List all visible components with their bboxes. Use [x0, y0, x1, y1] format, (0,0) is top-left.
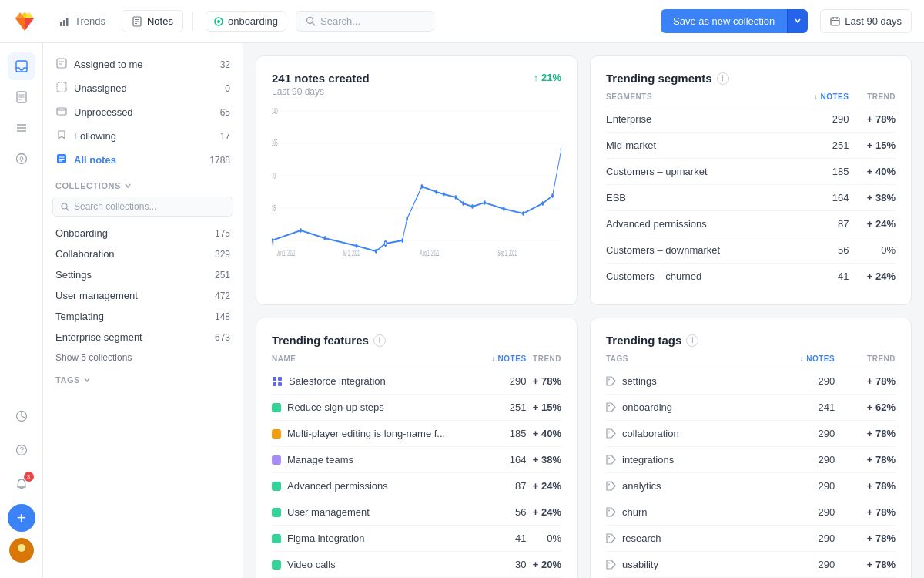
svg-text:Jul 1, 2021: Jul 1, 2021 [343, 249, 360, 257]
tag-notes: 290 [760, 447, 835, 473]
sidebar-item-following[interactable]: Following 17 [43, 124, 243, 148]
svg-point-66 [471, 204, 474, 209]
feature-notes: 185 [484, 421, 527, 447]
leftnav-compass[interactable] [8, 145, 35, 173]
collection-collaboration[interactable]: Collaboration 329 [43, 244, 243, 264]
collections-search[interactable]: Search collections... [52, 197, 233, 217]
table-row: research 290 + 78% [606, 526, 896, 552]
features-title: Trending features [272, 334, 369, 347]
feature-name: User management [272, 499, 484, 526]
features-title-row: Trending features i [272, 334, 386, 347]
tag-icon [606, 533, 616, 543]
table-row: Advanced permissions 87 + 24% [606, 211, 896, 237]
tag-name: onboarding [606, 395, 760, 421]
svg-point-55 [323, 236, 326, 240]
features-col-trend: TREND [527, 350, 561, 368]
search-icon [306, 16, 316, 26]
sidebar-item-assigned[interactable]: Assigned to me 32 [43, 52, 243, 76]
svg-point-68 [503, 207, 505, 211]
tag-icon [606, 507, 616, 517]
tag-notes: 290 [760, 499, 835, 526]
segments-title: Trending segments [606, 72, 712, 85]
feature-color-icon [272, 429, 281, 439]
sidebar-item-unassigned[interactable]: Unassigned 0 [43, 76, 243, 100]
chart-header: 241 notes created Last 90 days ↑ 21% [272, 72, 561, 97]
collections-header[interactable]: COLLECTIONS [43, 172, 243, 193]
sidebar-item-all-notes[interactable]: All notes 1788 [43, 148, 243, 172]
table-row: Enterprise 290 + 78% [606, 106, 896, 133]
feature-notes: 251 [484, 395, 527, 421]
collection-settings[interactable]: Settings 251 [43, 264, 243, 285]
tags-info-icon: i [686, 334, 698, 347]
tag-trend: + 78% [835, 499, 896, 526]
features-table: NAME ↓ NOTES TREND Salesforce integratio… [272, 350, 561, 578]
save-collection-dropdown[interactable] [787, 9, 808, 33]
segments-col-notes: ↓ NOTES [792, 88, 849, 106]
notes-tab[interactable]: Notes [122, 10, 183, 32]
leftnav-help[interactable]: ? [8, 436, 35, 464]
chart-subtitle: Last 90 days [272, 86, 370, 97]
feature-color-icon [272, 482, 281, 491]
nav-divider [192, 12, 193, 31]
filter-tag-onboarding[interactable]: onboarding [206, 11, 286, 32]
collection-enterprise-segment[interactable]: Enterprise segment 673 [43, 327, 243, 348]
table-row: Figma integration 41 0% [272, 526, 561, 552]
table-row: integrations 290 + 78% [606, 447, 896, 473]
collection-onboarding[interactable]: Onboarding 175 [43, 223, 243, 244]
svg-point-92 [608, 536, 610, 538]
user-avatar[interactable] [9, 538, 34, 563]
tags-header[interactable]: TAGS [43, 368, 243, 388]
leftnav-notes[interactable] [8, 83, 35, 111]
chart-area: 0 35 70 105 140 Jun 1, 2021 Jul 1, 2021 … [272, 103, 561, 260]
show-more-collections[interactable]: Show 5 collections [43, 348, 243, 368]
features-info-icon: i [373, 334, 386, 347]
trends-tab[interactable]: Trends [49, 10, 116, 32]
collection-templating[interactable]: Templating 148 [43, 306, 243, 327]
feature-color-icon [272, 455, 281, 465]
svg-line-16 [313, 23, 315, 25]
svg-rect-85 [278, 382, 282, 386]
segment-trend: 0% [849, 237, 896, 264]
leftnav-analytics[interactable] [8, 402, 35, 430]
svg-text:?: ? [19, 446, 24, 455]
collections-search-icon [61, 203, 69, 211]
svg-rect-17 [831, 18, 839, 25]
svg-point-87 [608, 405, 610, 407]
svg-rect-7 [63, 20, 65, 26]
segments-info-icon: i [717, 72, 729, 85]
svg-rect-82 [273, 377, 276, 381]
search-box[interactable]: Search... [296, 11, 434, 32]
sidebar-item-unprocessed[interactable]: Unprocessed 65 [43, 100, 243, 124]
svg-text:140: 140 [272, 107, 278, 116]
save-collection-group: Save as new collection [661, 9, 808, 33]
top-row: 241 notes created Last 90 days ↑ 21% [256, 55, 912, 305]
svg-text:0: 0 [272, 239, 274, 248]
save-collection-button[interactable]: Save as new collection [661, 9, 787, 33]
collections-chevron-icon [124, 182, 132, 190]
tags-title-row: Trending tags i [606, 334, 698, 347]
tag-notes: 290 [760, 526, 835, 552]
feature-notes: 87 [484, 473, 527, 499]
segments-title-row: Trending segments i [606, 72, 729, 85]
svg-rect-83 [278, 377, 282, 381]
tag-trend: + 78% [835, 368, 896, 395]
feature-trend: + 40% [527, 421, 561, 447]
svg-point-64 [455, 195, 457, 200]
table-row: settings 290 + 78% [606, 368, 896, 395]
add-button[interactable]: + [8, 504, 35, 532]
feature-name: Figma integration [272, 526, 484, 552]
feature-trend: + 24% [527, 473, 561, 499]
segment-trend: + 38% [849, 185, 896, 211]
leftnav-list[interactable] [8, 114, 35, 142]
svg-text:Jun 1, 2021: Jun 1, 2021 [276, 249, 295, 257]
collection-user-management[interactable]: User management 472 [43, 285, 243, 306]
feature-trend: + 24% [527, 499, 561, 526]
following-icon [55, 129, 68, 143]
svg-point-67 [484, 200, 486, 205]
chart-title: 241 notes created [272, 72, 370, 85]
date-filter[interactable]: Last 90 days [820, 9, 912, 33]
notes-chart-card: 241 notes created Last 90 days ↑ 21% [256, 55, 578, 305]
leftnav-inbox[interactable] [8, 52, 35, 80]
feature-trend: + 15% [527, 395, 561, 421]
svg-point-57 [375, 249, 377, 254]
